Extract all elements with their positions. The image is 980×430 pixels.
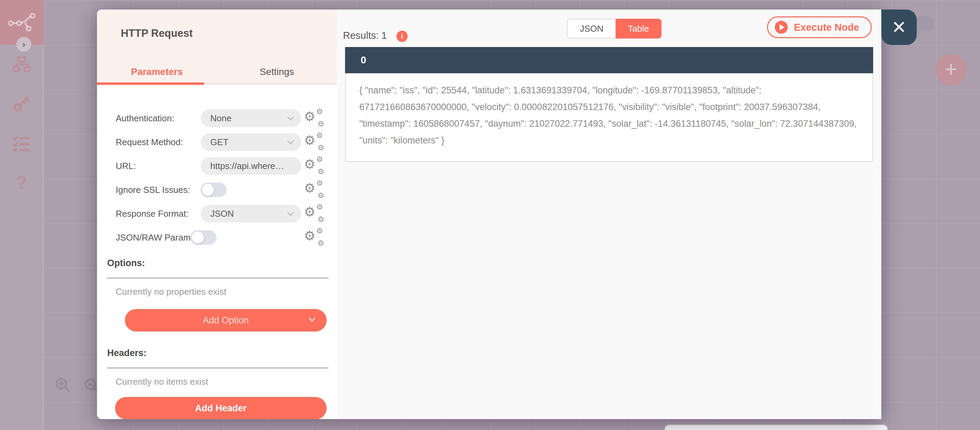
sidebar-item-executions[interactable]	[0, 136, 43, 152]
config-tabs: Parameters Settings	[97, 61, 337, 83]
options-empty-text: Currently no properties exist	[116, 286, 226, 297]
results-table-header: 0	[345, 47, 873, 73]
sidebar-item-credentials[interactable]	[0, 95, 43, 112]
field-settings-gears-icon[interactable]: ⚙⚙⚙	[304, 133, 325, 151]
background-panel-edge	[665, 425, 888, 430]
close-icon: ✕	[891, 18, 907, 36]
field-settings-gears-icon[interactable]: ⚙⚙⚙	[304, 109, 325, 127]
select-value: GET	[210, 137, 288, 147]
url-input[interactable]: https://api.where…	[201, 157, 301, 175]
headers-empty-text: Currently no items exist	[116, 377, 208, 387]
field-label: Request Method:	[116, 137, 201, 147]
view-table-button[interactable]: Table	[616, 19, 661, 38]
sitemap-icon	[13, 56, 30, 73]
plus-icon: +	[945, 58, 957, 80]
chevron-down-icon	[287, 137, 294, 144]
authentication-select[interactable]: None	[201, 109, 301, 127]
response-format-select[interactable]: JSON	[201, 205, 301, 222]
zoom-in-icon	[54, 377, 72, 394]
field-label: Authentication:	[116, 113, 201, 124]
chevron-down-icon	[309, 315, 315, 322]
add-header-label: Add Header	[195, 403, 247, 414]
results-table-row: { "name": "iss", "id": 25544, "latitude"…	[345, 73, 873, 162]
column-header: 0	[361, 54, 366, 66]
n8n-editor: ›	[0, 0, 980, 430]
node-config-panel: HTTP Request Parameters Settings Authent…	[97, 10, 337, 419]
headers-divider	[107, 368, 328, 368]
key-icon	[13, 95, 30, 112]
input-value: https://api.where…	[210, 161, 293, 171]
chevron-down-icon	[287, 209, 294, 216]
results-view-toggle: JSON Table	[567, 19, 662, 38]
field-settings-gears-icon[interactable]: ⚙⚙⚙	[304, 229, 325, 246]
active-tab-underline	[97, 82, 204, 85]
field-row-authentication: Authentication: None ⚙⚙⚙	[116, 109, 325, 127]
execute-node-button[interactable]: Execute Node	[767, 16, 872, 38]
field-settings-gears-icon[interactable]: ⚙⚙⚙	[304, 205, 325, 222]
question-mark-icon: ?	[16, 172, 27, 192]
field-row-request-method: Request Method: GET ⚙⚙⚙	[116, 133, 325, 151]
info-icon[interactable]: i	[396, 31, 408, 42]
field-settings-gears-icon[interactable]: ⚙⚙⚙	[304, 157, 325, 175]
sidebar-item-help[interactable]: ?	[0, 172, 43, 192]
tab-settings[interactable]: Settings	[217, 61, 337, 83]
field-row-json-raw-parameters: JSON/RAW Parame… ⚙⚙⚙	[116, 229, 325, 246]
node-settings-modal: HTTP Request Parameters Settings Authent…	[97, 10, 881, 419]
add-node-button[interactable]: +	[935, 54, 967, 86]
config-header: HTTP Request Parameters Settings	[97, 10, 337, 83]
execute-node-label: Execute Node	[794, 22, 859, 33]
view-json-button[interactable]: JSON	[567, 19, 616, 38]
select-value: None	[210, 113, 288, 124]
field-row-url: URL: https://api.where… ⚙⚙⚙	[116, 157, 325, 175]
sidebar-collapse-button[interactable]: ›	[16, 37, 31, 52]
play-icon	[775, 21, 788, 34]
field-label: JSON/RAW Parame…	[116, 232, 201, 243]
parameters-form: Authentication: None ⚙⚙⚙ Request Method:…	[97, 85, 337, 419]
field-label: Response Format:	[116, 209, 201, 219]
add-option-label: Add Option	[203, 315, 249, 326]
add-header-button[interactable]: Add Header	[115, 397, 327, 419]
options-section-label: Options:	[107, 258, 145, 269]
results-panel: Results: 1 i JSON Table Execute Node 0 {…	[337, 10, 881, 419]
field-row-response-format: Response Format: JSON ⚙⚙⚙	[116, 205, 325, 222]
close-modal-button[interactable]: ✕	[881, 10, 917, 45]
ignore-ssl-toggle[interactable]	[201, 183, 227, 197]
field-label: URL:	[116, 161, 201, 171]
headers-section-label: Headers:	[107, 348, 147, 358]
sidebar-item-workflows[interactable]	[0, 56, 43, 73]
json-raw-parameters-toggle[interactable]	[191, 230, 216, 245]
checklist-icon	[13, 136, 30, 152]
select-value: JSON	[210, 209, 288, 219]
add-option-button[interactable]: Add Option	[125, 309, 327, 331]
field-label: Ignore SSL Issues:	[116, 185, 201, 195]
results-count: Results: 1	[343, 30, 387, 41]
request-method-select[interactable]: GET	[201, 133, 301, 151]
results-table: 0 { "name": "iss", "id": 25544, "latitud…	[345, 47, 873, 162]
node-title: HTTP Request	[121, 27, 192, 40]
options-divider	[107, 278, 328, 278]
zoom-in-button[interactable]	[54, 377, 72, 395]
n8n-logo-icon	[8, 13, 35, 32]
sidebar: ›	[0, 0, 43, 430]
chevron-down-icon	[287, 114, 294, 121]
field-settings-gears-icon[interactable]: ⚙⚙⚙	[304, 181, 325, 199]
tab-parameters[interactable]: Parameters	[97, 61, 217, 83]
field-row-ignore-ssl: Ignore SSL Issues: ⚙⚙⚙	[116, 181, 325, 199]
chevron-right-icon: ›	[22, 39, 25, 50]
